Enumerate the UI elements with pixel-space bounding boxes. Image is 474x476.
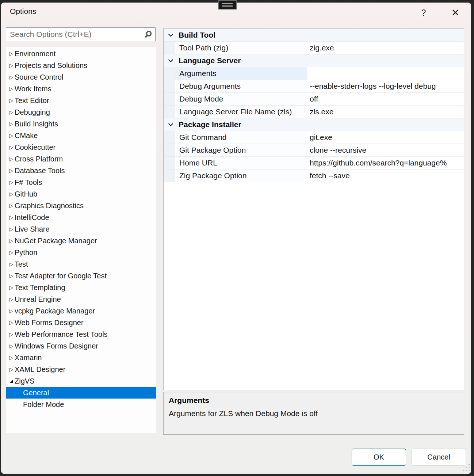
tree-collapsed-icon[interactable]: ▷ [9,180,14,185]
tree-collapsed-icon[interactable]: ▷ [9,98,14,103]
help-button[interactable]: ? [416,5,431,20]
tree-item-text-templating[interactable]: ▷Text Templating [6,282,156,293]
tree-item-folder-mode[interactable]: Folder Mode [6,399,156,410]
tree-collapsed-icon[interactable]: ▷ [9,168,14,173]
grid-row-git-package-option[interactable]: Git Package Optionclone --recursive [164,144,464,157]
property-value-home-url[interactable]: https://github.com/search?q=language% [307,157,464,169]
property-value-language-server-file-name-zls[interactable]: zls.exe [307,106,464,118]
tree-item-cross-platform[interactable]: ▷Cross Platform [6,153,156,165]
tree-item-database-tools[interactable]: ▷Database Tools [6,165,156,176]
tree-item-xamarin[interactable]: ▷Xamarin [6,352,156,363]
tree-collapsed-icon[interactable]: ▷ [9,191,14,197]
property-value-debug-arguments[interactable]: --enable-stderr-logs --log-level debug [307,80,464,92]
tree-collapsed-icon[interactable]: ▷ [9,86,14,91]
tree-collapsed-icon[interactable]: ▷ [9,145,14,150]
tree-item-label: Live Share [15,225,50,233]
tree-collapsed-icon[interactable]: ▷ [9,110,14,115]
grid-section-language-server[interactable]: Language Server [164,54,464,67]
drag-handle-bar [222,3,233,4]
window-drag-handle[interactable] [218,0,237,9]
tree-item-test[interactable]: ▷Test [6,258,156,270]
property-value-git-package-option[interactable]: clone --recursive [307,144,464,156]
tree-item-work-items[interactable]: ▷Work Items [6,83,156,95]
chevron-down-icon[interactable] [168,59,174,62]
tree-collapsed-icon[interactable]: ▷ [9,297,14,302]
property-value-zig-package-option[interactable]: fetch --save [307,170,464,182]
property-label: Home URL [175,157,307,169]
tree-item-general[interactable]: General [6,387,156,399]
tree-collapsed-icon[interactable]: ▷ [9,285,14,290]
tree-collapsed-icon[interactable]: ▷ [9,226,14,232]
property-value-git-command[interactable]: git.exe [307,131,464,144]
property-label: Arguments [175,67,307,80]
tree-collapsed-icon[interactable]: ▷ [9,332,14,337]
grid-section-build-tool[interactable]: Build Tool [164,29,464,42]
chevron-down-icon[interactable] [168,123,174,126]
tree-collapsed-icon[interactable]: ▷ [9,203,14,208]
grid-section-package-installer[interactable]: Package Installer [164,118,464,131]
grid-section-title: Package Installer [179,118,241,131]
tree-item-windows-forms-designer[interactable]: ▷Windows Forms Designer [6,340,156,352]
tree-item-source-control[interactable]: ▷Source Control [6,71,156,83]
tree-collapsed-icon[interactable]: ▷ [9,343,14,349]
tree-item-debugging[interactable]: ▷Debugging [6,106,156,118]
tree-collapsed-icon[interactable]: ▷ [9,355,14,360]
close-button[interactable]: ✕ [448,5,463,20]
tree-collapsed-icon[interactable]: ▷ [9,273,14,278]
tree-collapsed-icon[interactable]: ▷ [9,63,14,68]
tree-item-unreal-engine[interactable]: ▷Unreal Engine [6,293,156,305]
search-icon[interactable] [143,30,153,41]
tree-item-projects-and-solutions[interactable]: ▷Projects and Solutions [6,60,156,71]
grid-row-debug-arguments[interactable]: Debug Arguments--enable-stderr-logs --lo… [164,80,464,93]
tree-item-label: Windows Forms Designer [15,342,98,350]
tree-item-python[interactable]: ▷Python [6,247,156,258]
grid-row-arguments[interactable]: Arguments [164,67,464,80]
grid-row-git-command[interactable]: Git Commandgit.exe [164,131,464,144]
tree-collapsed-icon[interactable]: ▷ [9,75,14,80]
tree-item-live-share[interactable]: ▷Live Share [6,223,156,235]
tree-item-xaml-designer[interactable]: ▷XAML Designer [6,363,156,375]
tree-item-graphics-diagnostics[interactable]: ▷Graphics Diagnostics [6,200,156,212]
resize-grip-icon[interactable] [462,464,470,473]
tree-item-cmake[interactable]: ▷CMake [6,130,156,141]
tree-collapsed-icon[interactable]: ▷ [9,262,14,267]
tree-expanded-icon[interactable]: ◢ [9,378,14,384]
grid-row-home-url[interactable]: Home URLhttps://github.com/search?q=lang… [164,157,464,170]
tree-item-environment[interactable]: ▷Environment [6,48,156,60]
tree-collapsed-icon[interactable]: ▷ [9,250,14,255]
tree-item-label: Unreal Engine [15,295,61,304]
grid-row-zig-package-option[interactable]: Zig Package Optionfetch --save [164,170,464,182]
tree-item-text-editor[interactable]: ▷Text Editor [6,95,156,106]
tree-collapsed-icon[interactable]: ▷ [9,308,14,313]
tree-collapsed-icon[interactable]: ▷ [9,367,14,372]
tree-item-web-forms-designer[interactable]: ▷Web Forms Designer [6,317,156,328]
grid-row-debug-mode[interactable]: Debug Modeoff [164,93,464,106]
tree-item-web-performance-test-tools[interactable]: ▷Web Performance Test Tools [6,328,156,340]
tree-collapsed-icon[interactable]: ▷ [9,215,14,220]
tree-item-intellicode[interactable]: ▷IntelliCode [6,212,156,223]
tree-collapsed-icon[interactable]: ▷ [9,156,14,161]
grid-row-indent [164,157,175,169]
chevron-down-icon[interactable] [168,33,174,37]
tree-collapsed-icon[interactable]: ▷ [9,238,14,243]
tree-item-cookiecutter[interactable]: ▷Cookiecutter [6,141,156,153]
grid-row-language-server-file-name-zls[interactable]: Language Server File Name (zls)zls.exe [164,106,464,118]
tree-item-test-adapter-for-google-test[interactable]: ▷Test Adapter for Google Test [6,270,156,282]
property-value-arguments[interactable] [307,67,464,80]
tree-item-build-insights[interactable]: ▷Build Insights [6,118,156,130]
tree-collapsed-icon[interactable]: ▷ [9,121,14,126]
grid-row-tool-path-zig[interactable]: Tool Path (zig)zig.exe [164,42,464,54]
cancel-button[interactable]: Cancel [412,449,466,466]
tree-item-f-tools[interactable]: ▷F# Tools [6,176,156,188]
property-value-debug-mode[interactable]: off [307,93,464,105]
search-input[interactable]: Search Options (Ctrl+E) [6,27,156,41]
tree-collapsed-icon[interactable]: ▷ [9,320,14,325]
tree-item-github[interactable]: ▷GitHub [6,188,156,200]
tree-item-vcpkg-package-manager[interactable]: ▷vcpkg Package Manager [6,305,156,317]
tree-item-zigvs[interactable]: ◢ZigVS [6,375,156,387]
ok-button[interactable]: OK [352,449,406,466]
tree-item-nuget-package-manager[interactable]: ▷NuGet Package Manager [6,235,156,247]
property-value-tool-path-zig[interactable]: zig.exe [307,42,464,54]
tree-collapsed-icon[interactable]: ▷ [9,133,14,138]
tree-collapsed-icon[interactable]: ▷ [9,51,14,56]
